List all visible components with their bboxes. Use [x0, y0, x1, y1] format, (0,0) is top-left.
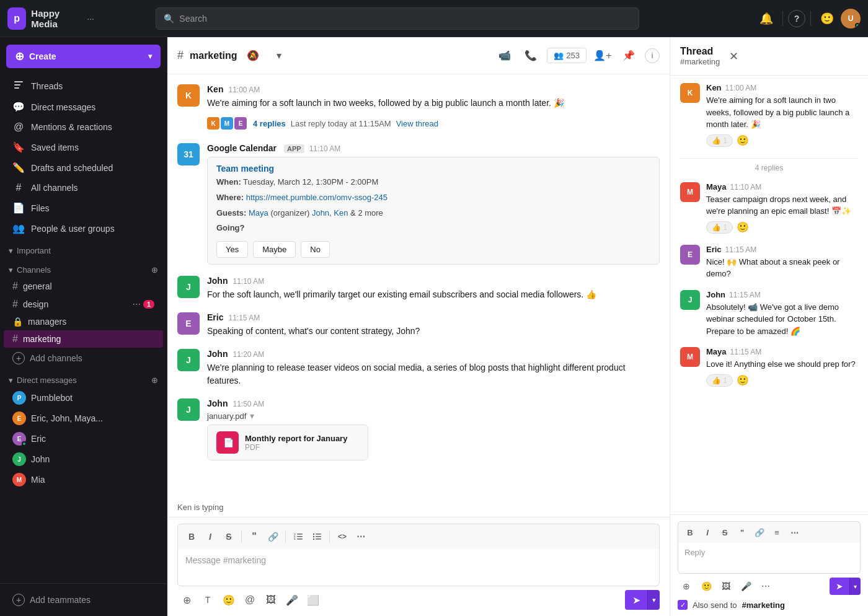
help-icon-btn[interactable]: ? [788, 10, 805, 27]
sidebar-item-drafts[interactable]: ✏️ Drafts and scheduled [4, 158, 163, 177]
thread-attach-btn[interactable]: ⊕ [678, 578, 695, 595]
mute-channel-btn[interactable]: 🔕 [243, 46, 263, 66]
mention-btn[interactable]: @ [241, 591, 259, 609]
sidebar-item-threads[interactable]: Threads [4, 76, 163, 96]
cal-yes-btn[interactable]: Yes [216, 241, 248, 258]
sidebar-item-people[interactable]: 👥 People & user groups [4, 219, 163, 238]
thread-strike-btn[interactable]: S [717, 524, 733, 540]
also-send-channel-name: #marketing [742, 601, 785, 610]
thread-more-btn[interactable]: ⋯ [786, 524, 802, 540]
sidebar-item-saved[interactable]: 🔖 Saved items [4, 138, 163, 157]
attach-btn[interactable]: ⊕ [177, 591, 196, 609]
dm-john[interactable]: J John [4, 449, 163, 469]
cal-no-btn[interactable]: No [301, 241, 330, 258]
thread-send-btn[interactable]: ➤ [830, 578, 849, 595]
quote-btn[interactable]: " [246, 528, 263, 545]
thread-ken-add-reaction-btn[interactable]: 🙂 [735, 133, 750, 148]
dm-pumblebot[interactable]: P Pumblebot [4, 388, 163, 408]
more-formatting-btn[interactable]: ⋯ [352, 528, 370, 545]
sidebar-item-all-channels[interactable]: # All channels [4, 178, 163, 197]
thread-link-btn[interactable]: 🔗 [751, 524, 768, 540]
view-thread-link[interactable]: View thread [396, 119, 438, 128]
ken-replies-bar[interactable]: K M E 4 replies Last reply today at 11:1… [207, 115, 660, 132]
sidebar-item-dms[interactable]: 💬 Direct messages [4, 97, 163, 117]
guest-ken[interactable]: Ken [334, 208, 348, 218]
ordered-list-btn[interactable]: 1.2.3. [290, 528, 307, 545]
media-btn[interactable]: 🖼 [262, 591, 280, 609]
add-member-btn[interactable]: 👤+ [593, 46, 613, 66]
workspace-menu-dots[interactable]: ··· [87, 14, 94, 24]
channel-dropdown-btn[interactable]: ▾ [269, 46, 289, 66]
dm-mia[interactable]: M Mia [4, 470, 163, 490]
code-btn[interactable]: <> [334, 528, 351, 545]
emoji-insert-btn[interactable]: 🙂 [219, 591, 238, 609]
video-call-btn[interactable]: 📹 [495, 46, 515, 66]
thread-emoji-btn[interactable]: 🙂 [698, 578, 715, 595]
thread-ken-thumbs-reaction[interactable]: 👍 1 [706, 134, 733, 147]
bell-icon-btn[interactable]: 🔔 [755, 7, 777, 30]
info-btn[interactable]: i [645, 48, 660, 63]
thread-close-btn[interactable]: ✕ [725, 48, 742, 65]
bullet-list-btn[interactable] [308, 528, 326, 545]
format-btn[interactable]: T [198, 591, 217, 609]
thread-bold-btn[interactable]: B [682, 524, 698, 540]
thread-media-btn[interactable]: 🖼 [717, 578, 735, 595]
thread-more-actions-btn[interactable]: ⋯ [757, 578, 774, 595]
create-button[interactable]: ⊕ Create ▾ [6, 45, 161, 68]
guest-maya[interactable]: Maya [249, 208, 268, 218]
pdf-attachment[interactable]: 📄 Monthly report for January PDF [207, 425, 368, 460]
svg-rect-15 [316, 539, 321, 540]
sidebar-channel-general[interactable]: # general [4, 278, 163, 295]
threads-label: Threads [31, 81, 63, 91]
thread-mic-btn[interactable]: 🎤 [737, 578, 755, 595]
voice-call-btn[interactable]: 📞 [521, 46, 541, 66]
thread-send-dropdown[interactable]: ▾ [849, 578, 861, 595]
sidebar-channel-marketing[interactable]: # marketing [4, 330, 163, 348]
user-avatar[interactable]: U [841, 9, 861, 29]
threads-icon [12, 80, 25, 92]
emoji-icon-btn[interactable]: 🙂 [816, 7, 838, 30]
guest-john[interactable]: John [312, 208, 329, 218]
thread-maya1-thumbs-reaction[interactable]: 👍 1 [706, 221, 733, 234]
important-section-header[interactable]: ▾ Important [0, 244, 167, 258]
sidebar-item-mentions[interactable]: @ Mentions & reactions [4, 118, 163, 136]
add-channels-item[interactable]: + Add channels [4, 349, 163, 367]
search-wrap[interactable]: 🔍 [156, 7, 639, 30]
bold-btn[interactable]: B [183, 528, 200, 545]
dm-section-header[interactable]: ▾ Direct messages ⊕ [0, 373, 167, 387]
strike-btn[interactable]: S [220, 528, 237, 545]
cal-link[interactable]: https://meet.pumble.com/omv-ssog-245 [246, 193, 388, 202]
search-input[interactable] [179, 14, 631, 24]
sidebar-channel-design[interactable]: # design ··· 1 [4, 296, 163, 313]
dm-group[interactable]: E Eric, John, Maya... [4, 408, 163, 428]
cal-maybe-btn[interactable]: Maybe [253, 241, 296, 258]
message-input-box[interactable]: Message #marketing [177, 549, 660, 586]
cal-title[interactable]: Team meeting [216, 164, 650, 174]
slash-btn[interactable]: ⬜ [304, 591, 322, 609]
dm-add-icon[interactable]: ⊕ [151, 376, 158, 385]
also-send-checkbox[interactable]: ✓ [678, 600, 688, 610]
send-button[interactable]: ➤ [625, 590, 647, 610]
sidebar-channel-managers[interactable]: 🔒 managers [4, 314, 163, 330]
italic-btn[interactable]: I [202, 528, 219, 545]
thread-maya1-time: 11:10 AM [730, 183, 762, 191]
thread-maya2-add-reaction-btn[interactable]: 🙂 [735, 373, 750, 388]
file-dropdown-icon[interactable]: ▾ [250, 411, 254, 421]
thread-reply-input[interactable]: Reply [678, 543, 861, 574]
design-more-icon[interactable]: ··· [133, 299, 141, 310]
members-btn[interactable]: 👥 253 [547, 48, 587, 63]
sidebar-item-files[interactable]: 📄 Files [4, 198, 163, 218]
pin-btn[interactable]: 📌 [619, 46, 639, 66]
thread-maya1-add-reaction-btn[interactable]: 🙂 [735, 220, 750, 235]
send-dropdown-btn[interactable]: ▾ [647, 590, 660, 610]
channels-add-icon[interactable]: ⊕ [151, 265, 158, 275]
mic-btn[interactable]: 🎤 [283, 591, 301, 609]
add-teammates-item[interactable]: + Add teammates [4, 591, 163, 609]
thread-quote-btn[interactable]: " [734, 524, 750, 540]
thread-list-btn[interactable]: ≡ [769, 524, 785, 540]
thread-italic-btn[interactable]: I [699, 524, 715, 540]
link-btn[interactable]: 🔗 [264, 528, 281, 545]
channels-section-header[interactable]: ▾ Channels ⊕ [0, 263, 167, 277]
thread-maya2-thumbs-reaction[interactable]: 👍 1 [706, 374, 733, 387]
dm-eric[interactable]: E Eric [4, 429, 163, 449]
